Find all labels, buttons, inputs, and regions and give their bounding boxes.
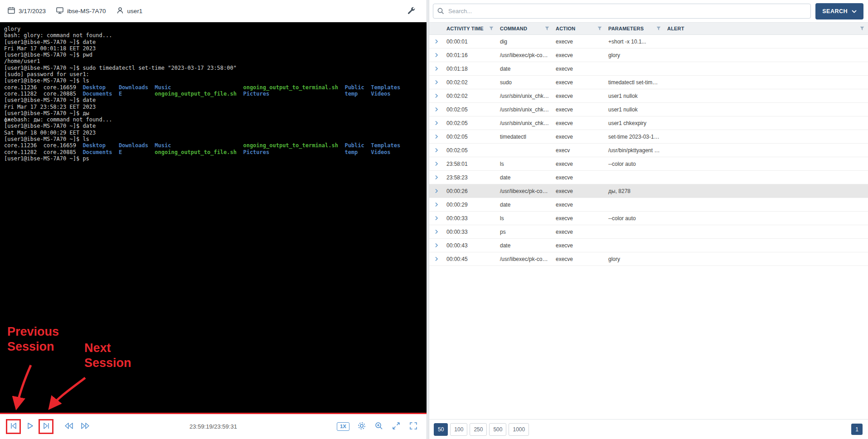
cell-activity-time: 00:02:02 [444,79,497,86]
row-expand-chevron-icon[interactable] [429,39,444,44]
player-tools: 1X [337,421,418,432]
row-expand-chevron-icon[interactable] [429,175,444,180]
cell-action: execve [553,229,606,235]
event-row[interactable]: 00:00:29dateexecve [429,198,868,212]
row-expand-chevron-icon[interactable] [429,188,444,193]
filter-icon[interactable] [542,26,549,31]
column-header-activity-time: ACTIVITY TIME [444,23,497,34]
expand-button[interactable] [391,421,401,432]
event-row[interactable]: 00:02:05timedatectlexecveset-time 2023-0… [429,130,868,144]
cell-parameters: --color auto [606,215,664,222]
filter-icon[interactable] [486,26,494,31]
column-header-action: ACTION [553,23,606,34]
column-header-expander [429,23,444,34]
terminal-line: [user1@ibse-MS-7A70 ~]$ ls [4,77,427,84]
filter-icon[interactable] [654,26,661,31]
event-row[interactable]: 23:58:23dateexecve [429,171,868,184]
terminal-line: Fri Mar 17 23:58:23 EET 2023 [4,104,427,110]
cell-action: execve [553,188,606,194]
cell-parameters: timedatectl set-time 20... [606,79,664,86]
page-size-500[interactable]: 500 [489,423,506,436]
player-settings-wrench-button[interactable] [406,5,417,17]
search-button[interactable]: SEARCH [815,3,863,19]
search-button-label: SEARCH [822,8,848,14]
cell-command: timedatectl [497,134,553,140]
cell-activity-time: 00:02:02 [444,93,497,99]
cell-activity-time: 00:00:29 [444,202,497,208]
cell-command: /usr/sbin/unix_chkpwd [497,106,553,113]
row-expand-chevron-icon[interactable] [429,121,444,125]
event-row[interactable]: 23:58:01lsexecve--color auto [429,157,868,171]
event-row[interactable]: 00:02:05/usr/sbin/unix_chkpwdexecveuser1… [429,116,868,130]
page-size-50[interactable]: 50 [434,423,448,436]
page-size-100[interactable]: 100 [450,423,467,436]
cell-activity-time: 00:00:01 [444,39,497,45]
terminal-line: [user1@ibse-MS-7A70 ~]$ date [4,39,427,45]
player-settings-gear-button[interactable] [357,421,367,432]
cell-command: date [497,202,553,208]
row-expand-chevron-icon[interactable] [429,148,444,153]
cell-command: /usr/libexec/pk-comma... [497,188,553,194]
column-label: ACTIVITY TIME [446,26,484,31]
next-session-button[interactable] [40,420,52,433]
row-expand-chevron-icon[interactable] [429,202,444,207]
row-expand-chevron-icon[interactable] [429,256,444,261]
cell-activity-time: 00:01:18 [444,66,497,72]
play-icon [25,421,35,432]
terminal-line: [user1@ibse-MS-7A70 ~]$ sudo timedatectl… [4,65,427,71]
terminal-line: core.11236 core.16659 Desktop Downloads … [4,142,427,149]
event-row[interactable]: 00:02:05/usr/sbin/unix_chkpwdexecveuser1… [429,103,868,116]
event-row[interactable]: 00:02:02/usr/sbin/unix_chkpwdexecveuser1… [429,89,868,103]
row-expand-chevron-icon[interactable] [429,53,444,58]
session-host-label: ibse-MS-7A70 [67,8,106,14]
row-expand-chevron-icon[interactable] [429,243,444,248]
event-row[interactable]: 00:00:26/usr/libexec/pk-comma...execveды… [429,184,868,198]
event-row[interactable]: 00:00:43dateexecve [429,239,868,252]
rewind-button[interactable] [63,420,75,433]
event-row[interactable]: 00:02:02sudoexecvetimedatectl set-time 2… [429,76,868,89]
search-input[interactable] [433,4,811,19]
events-panel: SEARCH ACTIVITY TIMECOMMANDACTIONPARAMET… [429,0,868,439]
cell-command: sudo [497,79,553,86]
zoom-in-button[interactable] [374,421,384,432]
event-row[interactable]: 00:00:33lsexecve--color auto [429,212,868,225]
filter-icon[interactable] [857,26,864,31]
cell-parameters: glory [606,256,664,262]
terminal-line: core.11282 core.20885 Documents E ongoin… [4,91,427,97]
cell-command: ps [497,229,553,235]
row-expand-chevron-icon[interactable] [429,107,444,112]
cell-action: execve [553,52,606,58]
playback-speed-button[interactable]: 1X [337,422,349,431]
row-expand-chevron-icon[interactable] [429,161,444,166]
page-size-1000[interactable]: 1000 [509,423,529,436]
page-size-250[interactable]: 250 [470,423,487,436]
event-row[interactable]: 00:00:45/usr/libexec/pk-comma...execvegl… [429,252,868,266]
play-button[interactable] [24,420,36,433]
cell-action: execve [553,66,606,72]
row-expand-chevron-icon[interactable] [429,134,444,139]
cell-command: /usr/libexec/pk-comma... [497,52,553,58]
session-host: ibse-MS-7A70 [56,6,106,16]
cell-action: execve [553,161,606,167]
terminal-line: glory [4,26,427,32]
cell-command: /usr/libexec/pk-comma... [497,256,553,262]
row-expand-chevron-icon[interactable] [429,80,444,85]
row-expand-chevron-icon[interactable] [429,229,444,234]
terminal-line: [user1@ibse-MS-7A70 ~]$ date [4,97,427,103]
fullscreen-button[interactable] [408,421,418,432]
previous-session-button[interactable] [7,420,19,433]
cell-command: date [497,242,553,249]
event-row[interactable]: 00:00:01digexecve+short -x 10.1... [429,35,868,48]
row-expand-chevron-icon[interactable] [429,66,444,71]
row-expand-chevron-icon[interactable] [429,93,444,98]
cell-parameters: user1 chkexpiry [606,120,664,126]
fast-forward-button[interactable] [79,420,91,433]
filter-icon[interactable] [595,26,602,31]
cell-activity-time: 00:02:05 [444,106,497,113]
event-row[interactable]: 00:00:33psexecve [429,225,868,239]
event-row[interactable]: 00:01:16/usr/libexec/pk-comma...execvegl… [429,48,868,62]
row-expand-chevron-icon[interactable] [429,216,444,221]
current-page-badge[interactable]: 1 [851,424,863,435]
event-row[interactable]: 00:01:18dateexecve [429,62,868,76]
event-row[interactable]: 00:02:05execv/usr/bin/pkttyagent --n... [429,144,868,157]
